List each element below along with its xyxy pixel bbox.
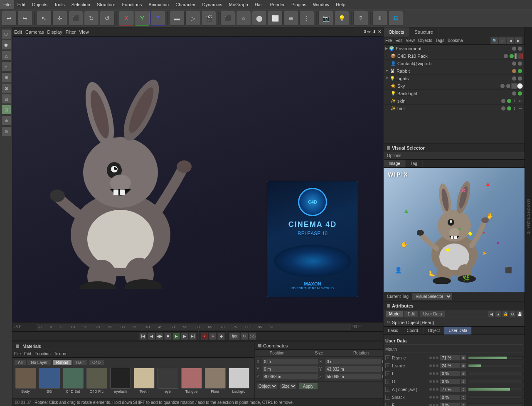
attr-spin-down-2[interactable] bbox=[462, 374, 465, 375]
vs-tab-tag[interactable]: Tag bbox=[406, 160, 423, 167]
mat-menu-function[interactable]: Function bbox=[34, 352, 50, 356]
obj-menu-bookma[interactable]: Bookma bbox=[448, 37, 463, 44]
vs-toggle[interactable] bbox=[387, 146, 390, 150]
attr-spin-down-3[interactable] bbox=[462, 382, 465, 383]
attr-tab-basic[interactable]: Basic bbox=[384, 327, 402, 335]
obj-tag2[interactable] bbox=[516, 53, 517, 59]
next-frame-button[interactable]: ▶ bbox=[181, 332, 188, 340]
obj-search-icon[interactable]: 🔍 bbox=[491, 37, 498, 44]
objects-tab-structure[interactable]: Structure bbox=[409, 27, 438, 37]
obj-home-icon[interactable]: ⌂ bbox=[499, 37, 506, 44]
menu-file[interactable]: File bbox=[0, 0, 14, 9]
menu-dynamics[interactable]: Dynamics bbox=[199, 0, 226, 9]
obj-row-lights[interactable]: ▼ 💡 Lights bbox=[384, 75, 525, 82]
obj-right-icon[interactable]: ▶ bbox=[515, 37, 522, 44]
obj-row-backlight[interactable]: 💡 BackLight bbox=[384, 90, 525, 97]
attr-spin-up-4[interactable] bbox=[462, 388, 465, 389]
viewport-menu-view[interactable]: View bbox=[79, 30, 89, 34]
menu-structure[interactable]: Structure bbox=[94, 0, 119, 9]
viewport-menu-edit[interactable]: Edit bbox=[14, 30, 22, 34]
obj-dot-c4d1[interactable] bbox=[504, 54, 508, 58]
menu-character[interactable]: Character bbox=[172, 0, 199, 9]
attr-valuebox-6[interactable]: 0 % bbox=[440, 402, 461, 406]
attr-icon-settings[interactable]: ⚙ bbox=[509, 311, 516, 317]
attr-spin-up-5[interactable] bbox=[462, 396, 465, 397]
obj-tag3[interactable] bbox=[517, 53, 519, 59]
attr-slider-6[interactable] bbox=[468, 404, 523, 406]
menu-help[interactable]: Help bbox=[332, 0, 349, 9]
obj-menu-view[interactable]: View bbox=[406, 37, 415, 44]
obj-dot-skin2[interactable] bbox=[507, 99, 511, 103]
vs-marker-diamond2[interactable]: ◆ bbox=[446, 246, 450, 253]
obj-menu-objects[interactable]: Objects bbox=[418, 37, 432, 44]
undo-button[interactable]: ↩ bbox=[2, 11, 17, 26]
vs-marker-foot-red[interactable]: 🦶 bbox=[429, 271, 436, 277]
obj-dot-sky2[interactable] bbox=[506, 84, 510, 88]
attr-slider-5[interactable] bbox=[468, 396, 523, 399]
coord-size-x[interactable] bbox=[325, 358, 381, 365]
attr-check-0[interactable]: ○ bbox=[385, 355, 390, 360]
goto-start-button[interactable]: |◀ bbox=[139, 332, 147, 340]
attr-spin-up-3[interactable] bbox=[462, 380, 465, 381]
obj-dot-hair1[interactable] bbox=[501, 106, 505, 111]
obj-expand-lights[interactable]: ▼ bbox=[385, 76, 389, 80]
coord-size-z[interactable] bbox=[325, 373, 381, 380]
move-tool-button[interactable]: ✛ bbox=[52, 11, 67, 26]
lt-btn-3[interactable]: △ bbox=[1, 51, 11, 61]
attr-check-5[interactable]: ○ bbox=[385, 395, 390, 400]
vs-marker-tri-green2[interactable]: ▲ bbox=[457, 225, 463, 231]
stop-button[interactable]: ■ bbox=[164, 332, 172, 340]
coord-pos-z[interactable] bbox=[262, 373, 318, 380]
vs-marker-cube-blue[interactable]: ⬛ bbox=[505, 267, 512, 273]
obj-dot-backlight2[interactable] bbox=[518, 91, 522, 96]
lt-btn-8[interactable]: ⊡ bbox=[1, 105, 11, 115]
obj-tag4[interactable] bbox=[519, 53, 520, 59]
particle-button[interactable]: ⋮ bbox=[299, 11, 314, 26]
select-tool-button[interactable]: ↖ bbox=[37, 11, 52, 26]
attr-icon-lock[interactable]: 🔒 bbox=[502, 311, 509, 317]
record-button[interactable]: ● bbox=[201, 332, 208, 340]
menu-functions[interactable]: Functions bbox=[119, 0, 145, 9]
obj-row-environment[interactable]: ▶ 🌍 Environment bbox=[384, 45, 525, 52]
obj-dot-rabbit2[interactable] bbox=[518, 69, 522, 73]
light-button[interactable]: 💡 bbox=[334, 11, 349, 26]
z-axis-button[interactable]: Z bbox=[150, 11, 165, 26]
attr-tab-userdata[interactable]: User Data bbox=[444, 327, 472, 335]
attr-icon-save[interactable]: 💾 bbox=[516, 311, 523, 317]
viewport-icon-close[interactable]: ✕ bbox=[378, 29, 382, 34]
material-item-tongue[interactable]: Tongue bbox=[180, 368, 203, 399]
redo-button[interactable]: ↪ bbox=[17, 11, 32, 26]
obj-tag5[interactable] bbox=[520, 53, 522, 59]
lt-btn-9[interactable]: ⊛ bbox=[1, 116, 11, 125]
coords-toggle[interactable] bbox=[258, 344, 261, 347]
obj-dot-env1[interactable] bbox=[512, 47, 516, 51]
menu-tools[interactable]: Tools bbox=[51, 0, 68, 9]
attr-mode-mode[interactable]: Mode bbox=[385, 311, 403, 317]
obj-row-sky[interactable]: ☀️ Sky bbox=[384, 82, 525, 90]
attr-check-3[interactable]: ○ bbox=[385, 379, 390, 384]
vs-marker-silhouette[interactable]: 👤 bbox=[395, 267, 402, 273]
vs-tab-image[interactable]: Image bbox=[384, 160, 406, 167]
attr-spinner-1[interactable] bbox=[461, 363, 466, 369]
vs-tag-dropdown[interactable]: Visual Selector bbox=[412, 293, 452, 300]
cube-button[interactable]: ⬛ bbox=[220, 11, 235, 26]
objects-tab-objects[interactable]: Objects bbox=[384, 27, 409, 37]
lt-btn-6[interactable]: ⊠ bbox=[1, 83, 11, 93]
menu-hair[interactable]: Hair bbox=[251, 0, 266, 9]
rotate-tool-button[interactable]: ↻ bbox=[84, 11, 99, 26]
attr-valuebox-4[interactable]: 77 % bbox=[440, 386, 461, 392]
camera-button[interactable]: 📷 bbox=[318, 11, 333, 26]
attr-mode-edit[interactable]: Edit bbox=[404, 311, 419, 317]
material-item-bg[interactable]: BG bbox=[38, 368, 61, 399]
vs-marker-tri-green1[interactable]: ▲ bbox=[403, 207, 409, 214]
attr-tab-coord[interactable]: Coord. bbox=[402, 327, 424, 335]
attr-slider-1[interactable] bbox=[468, 364, 523, 367]
obj-dot-backlight1[interactable] bbox=[512, 91, 516, 96]
menu-mograph[interactable]: MoGraph bbox=[226, 0, 251, 9]
attr-valuebox-2[interactable]: 0 % bbox=[440, 371, 461, 376]
menu-plugins[interactable]: Plugins bbox=[288, 0, 310, 9]
viewport-menu-display[interactable]: Display bbox=[47, 30, 62, 34]
attr-slider-2[interactable] bbox=[468, 372, 523, 375]
material-item-backgrc[interactable]: backgrc bbox=[227, 368, 250, 399]
viewport-icon-down[interactable]: ⬇ bbox=[372, 29, 376, 34]
